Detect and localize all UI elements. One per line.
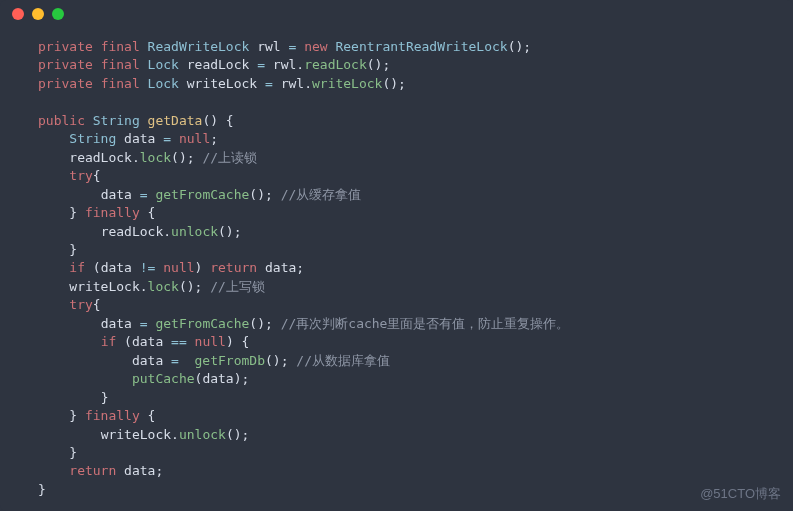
punct: . xyxy=(163,224,171,239)
keyword: private xyxy=(38,39,93,54)
maximize-icon[interactable] xyxy=(52,8,64,20)
punct: ; xyxy=(155,463,163,478)
watermark-text: @51CTO博客 xyxy=(700,485,781,503)
identifier: readLock xyxy=(187,57,250,72)
operator: == xyxy=(171,334,187,349)
punct: . xyxy=(171,427,179,442)
punct: } xyxy=(69,445,77,460)
identifier: data xyxy=(101,187,132,202)
keyword: final xyxy=(101,39,140,54)
literal: null xyxy=(179,131,210,146)
punct: (); xyxy=(367,57,390,72)
window-titlebar xyxy=(0,0,793,28)
keyword: return xyxy=(210,260,257,275)
identifier: rwl xyxy=(257,39,280,54)
operator: = xyxy=(171,353,179,368)
punct: } xyxy=(69,205,77,220)
keyword: public xyxy=(38,113,85,128)
keyword: try xyxy=(69,168,92,183)
identifier: data xyxy=(257,260,296,275)
code-window: private final ReadWriteLock rwl = new Re… xyxy=(0,0,793,511)
operator: = xyxy=(140,316,148,331)
identifier: readLock xyxy=(101,224,164,239)
punct: (); xyxy=(508,39,531,54)
literal: null xyxy=(195,334,226,349)
operator: = xyxy=(265,76,273,91)
keyword: return xyxy=(69,463,116,478)
keyword: new xyxy=(304,39,327,54)
minimize-icon[interactable] xyxy=(32,8,44,20)
operator: = xyxy=(163,131,171,146)
method-call: getFromDb xyxy=(195,353,265,368)
comment: //从缓存拿值 xyxy=(273,187,361,202)
method-call: unlock xyxy=(179,427,226,442)
operator: = xyxy=(257,57,265,72)
punct: { xyxy=(93,297,101,312)
keyword: finally xyxy=(85,205,140,220)
code-block: private final ReadWriteLock rwl = new Re… xyxy=(0,28,793,509)
punct: () { xyxy=(202,113,233,128)
keyword: private xyxy=(38,57,93,72)
type: Lock xyxy=(148,57,179,72)
identifier: rwl xyxy=(273,57,296,72)
type: String xyxy=(93,113,140,128)
method-call: lock xyxy=(148,279,179,294)
punct: . xyxy=(304,76,312,91)
operator: = xyxy=(288,39,296,54)
function-name: getData xyxy=(148,113,203,128)
punct: ( xyxy=(85,260,101,275)
identifier: writeLock xyxy=(69,279,139,294)
punct: (); xyxy=(265,353,288,368)
close-icon[interactable] xyxy=(12,8,24,20)
identifier: data xyxy=(132,334,163,349)
method-call: lock xyxy=(140,150,171,165)
type: Lock xyxy=(148,76,179,91)
method-call: readLock xyxy=(304,57,367,72)
punct: { xyxy=(140,408,156,423)
identifier: data xyxy=(202,371,233,386)
punct: ) { xyxy=(226,334,249,349)
identifier: writeLock xyxy=(187,76,257,91)
punct: (); xyxy=(218,224,241,239)
identifier: writeLock xyxy=(101,427,171,442)
punct: (); xyxy=(179,279,202,294)
keyword: if xyxy=(69,260,85,275)
identifier: data xyxy=(124,131,155,146)
keyword: private xyxy=(38,76,93,91)
keyword: final xyxy=(101,76,140,91)
punct: . xyxy=(296,57,304,72)
type: String xyxy=(69,131,116,146)
identifier: readLock xyxy=(69,150,132,165)
punct: (); xyxy=(249,187,272,202)
keyword: if xyxy=(101,334,117,349)
keyword: final xyxy=(101,57,140,72)
identifier: data xyxy=(101,260,132,275)
comment: //从数据库拿值 xyxy=(288,353,389,368)
punct: ( xyxy=(116,334,132,349)
comment: //再次判断cache里面是否有值，防止重复操作。 xyxy=(273,316,570,331)
punct: . xyxy=(132,150,140,165)
comment: //上读锁 xyxy=(195,150,257,165)
comment: //上写锁 xyxy=(202,279,264,294)
operator: != xyxy=(140,260,156,275)
operator: = xyxy=(140,187,148,202)
keyword: try xyxy=(69,297,92,312)
identifier: data xyxy=(132,353,163,368)
punct: ; xyxy=(296,260,304,275)
punct: { xyxy=(140,205,156,220)
keyword: finally xyxy=(85,408,140,423)
punct: } xyxy=(69,242,77,257)
punct: ); xyxy=(234,371,250,386)
punct: . xyxy=(140,279,148,294)
punct: } xyxy=(101,390,109,405)
literal: null xyxy=(163,260,194,275)
constructor: ReentrantReadWriteLock xyxy=(335,39,507,54)
punct: { xyxy=(93,168,101,183)
punct: (); xyxy=(249,316,272,331)
identifier: rwl xyxy=(281,76,304,91)
method-call: putCache xyxy=(132,371,195,386)
punct: ) xyxy=(195,260,211,275)
punct: ; xyxy=(210,131,218,146)
type: ReadWriteLock xyxy=(148,39,250,54)
method-call: unlock xyxy=(171,224,218,239)
